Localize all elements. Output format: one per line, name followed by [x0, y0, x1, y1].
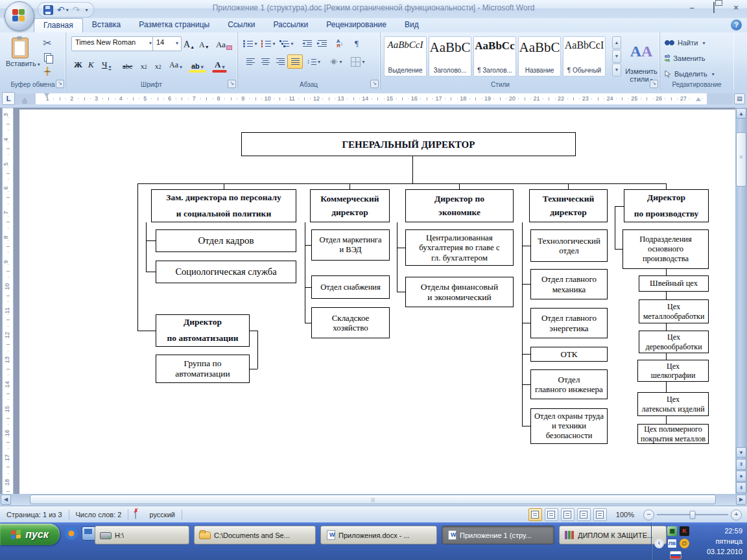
zoom-slider-handle[interactable]	[690, 511, 696, 519]
underline-button[interactable]: Ч	[99, 56, 113, 71]
style-card[interactable]: AaBbCНазвание	[518, 36, 561, 76]
show-marks-button[interactable]: ¶	[349, 36, 364, 51]
styles-dialog-launcher[interactable]: ↘	[650, 80, 658, 88]
superscript-button[interactable]: x2	[152, 56, 164, 71]
styles-scroll-down[interactable]: ▼	[612, 50, 621, 63]
horizontal-ruler[interactable]: 1234567891011121314151617181920212223242…	[15, 93, 733, 104]
justify-button[interactable]	[287, 54, 303, 69]
show-desktop-icon[interactable]	[82, 526, 96, 541]
clipboard-dialog-launcher[interactable]: ↘	[56, 80, 64, 88]
tab-рассылки[interactable]: Рассылки	[264, 18, 317, 32]
numbering-button[interactable]	[261, 36, 276, 51]
org-box-skladskoe[interactable]: Складское хозяйство	[311, 307, 390, 338]
tray-layout-indicator-icon[interactable]: ЛВ	[667, 539, 677, 548]
style-card[interactable]: AaBbCcIВыделение	[384, 36, 427, 76]
org-box-podrazdeleniya[interactable]: Подразделения основного производства	[622, 229, 709, 269]
org-box-otk[interactable]: ОТК	[530, 347, 608, 362]
org-box-dir-avtomatizacii[interactable]: Директор по автоматизации	[156, 314, 250, 347]
minimize-button[interactable]: –	[686, 3, 698, 12]
font-family-combo[interactable]: Times New Roman	[71, 36, 155, 51]
tray-mail-agent-icon[interactable]: @	[680, 539, 689, 548]
org-box-sociologicheskaya[interactable]: Социологическая служба	[156, 261, 296, 283]
select-button[interactable]: Выделить	[665, 68, 715, 80]
style-card[interactable]: AaBbCc¶ Заголов...	[473, 36, 516, 76]
taskbar-window-button[interactable]: H:\	[95, 526, 189, 544]
find-button[interactable]: Найти	[665, 37, 705, 49]
align-right-button[interactable]	[272, 54, 288, 69]
paragraph-dialog-launcher[interactable]: ↘	[370, 80, 379, 88]
subscript-button[interactable]: x2	[138, 56, 150, 71]
org-box-ceh-shelkografii[interactable]: Цех шелкографии	[637, 360, 709, 382]
style-card[interactable]: AaBbCЗаголово...	[429, 36, 471, 76]
bold-button[interactable]: Ж	[71, 56, 85, 71]
qat-customize-button[interactable]	[84, 7, 88, 13]
scroll-left-arrow[interactable]: ◀	[1, 495, 11, 505]
tab-рецензирование[interactable]: Рецензирование	[317, 18, 396, 32]
cut-button[interactable]: ✂	[38, 36, 57, 49]
copy-button[interactable]	[38, 51, 57, 64]
zoom-out-button[interactable]: −	[643, 509, 654, 520]
font-dialog-launcher[interactable]: ↘	[228, 80, 236, 88]
fullscreen-reading-view-button[interactable]	[545, 508, 558, 521]
org-box-zam-personal[interactable]: Зам. директора по персоналу и социальной…	[151, 189, 296, 222]
scroll-right-arrow[interactable]: ▶	[736, 495, 746, 505]
draft-view-button[interactable]	[593, 508, 607, 521]
restore-button[interactable]	[708, 3, 720, 12]
print-layout-view-button[interactable]	[528, 508, 542, 521]
clear-formatting-button[interactable]: Аа	[213, 36, 235, 51]
zoom-in-button[interactable]: +	[731, 509, 742, 520]
tab-вставка[interactable]: Вставка	[83, 18, 130, 32]
tray-collapse-chevron[interactable]: ‹	[654, 539, 664, 548]
horizontal-scroll-thumb[interactable]	[30, 495, 716, 504]
language-indicator[interactable]: русский	[143, 511, 181, 519]
ruler-toggle-button[interactable]: ▤	[734, 93, 745, 104]
taskbar-window-button[interactable]: Приложение 1 (стру...	[442, 526, 554, 544]
styles-more-button[interactable]: ▼	[612, 64, 621, 76]
bullets-button[interactable]	[243, 36, 258, 51]
scroll-up-arrow[interactable]: ▲	[736, 108, 746, 119]
strikethrough-button[interactable]: abc	[120, 56, 135, 71]
outline-view-button[interactable]	[577, 508, 591, 521]
vertical-ruler[interactable]: 3456789101112131415161718	[2, 108, 14, 494]
org-box-otdel-kadrov[interactable]: Отдел кадров	[156, 229, 296, 252]
change-styles-button[interactable]: AA Изменить стили	[625, 35, 658, 80]
org-box-tehnologicheskiy-otdel[interactable]: Технологический отдел	[530, 229, 608, 262]
tab-вид[interactable]: Вид	[396, 18, 428, 32]
tab-ссылки[interactable]: Ссылки	[219, 18, 264, 32]
shrink-font-button[interactable]: А▼	[196, 36, 212, 51]
increase-indent-button[interactable]	[314, 36, 330, 51]
org-box-ceh-derevoobrabotki[interactable]: Цех деревообработки	[639, 331, 709, 353]
next-page-button[interactable]: ⇟	[736, 482, 746, 493]
line-spacing-button[interactable]	[306, 54, 322, 69]
org-box-gen-director[interactable]: ГЕНЕРАЛЬНЫЙ ДИРЕКТОР	[241, 132, 576, 156]
right-indent-marker[interactable]	[696, 97, 701, 101]
tray-russian-flag-icon[interactable]	[670, 551, 682, 559]
taskbar-window-button[interactable]: C:\Documents and Se...	[194, 526, 316, 544]
scroll-down-arrow[interactable]: ▼	[736, 447, 746, 458]
office-button[interactable]	[5, 1, 34, 31]
word-count[interactable]: Число слов: 2	[69, 511, 128, 519]
shading-button[interactable]	[328, 54, 344, 69]
org-box-dir-ekonomike[interactable]: Директор по экономике	[405, 189, 514, 222]
close-button[interactable]: ×	[730, 3, 742, 12]
org-box-ceh-polimernogo[interactable]: Цех полимерного покрытия металлов	[637, 424, 709, 444]
spellcheck-indicator[interactable]	[128, 511, 143, 519]
tab-selector-button[interactable]: L	[2, 92, 15, 105]
decrease-indent-button[interactable]	[300, 36, 315, 51]
highlight-button[interactable]: ab	[189, 56, 206, 73]
grow-font-button[interactable]: А▲	[181, 36, 197, 51]
format-painter-button[interactable]	[38, 65, 57, 78]
org-box-otdel-marketinga[interactable]: Отдел маркетинга и ВЭД	[311, 229, 390, 261]
org-box-dir-proizvodstvu[interactable]: Директор по производству	[624, 189, 709, 222]
web-layout-view-button[interactable]	[561, 508, 575, 521]
undo-button[interactable]: ↶	[57, 5, 69, 15]
org-box-gruppa-avtomatizacii[interactable]: Группа по автоматизации	[156, 355, 250, 383]
replace-button[interactable]: abчаЗаменить	[665, 52, 706, 64]
page-indicator[interactable]: Страница: 1 из 3	[0, 511, 69, 519]
previous-page-button[interactable]: ⇞	[736, 459, 746, 470]
italic-button[interactable]: К	[86, 56, 97, 71]
org-box-ceh-metalloobrabotki[interactable]: Цех металлообработки	[639, 299, 709, 323]
start-button[interactable]: пуск	[0, 524, 60, 545]
org-box-ceh-lateksnyh[interactable]: Цех латексных изделий	[637, 392, 709, 416]
first-line-indent-marker[interactable]	[44, 93, 49, 97]
